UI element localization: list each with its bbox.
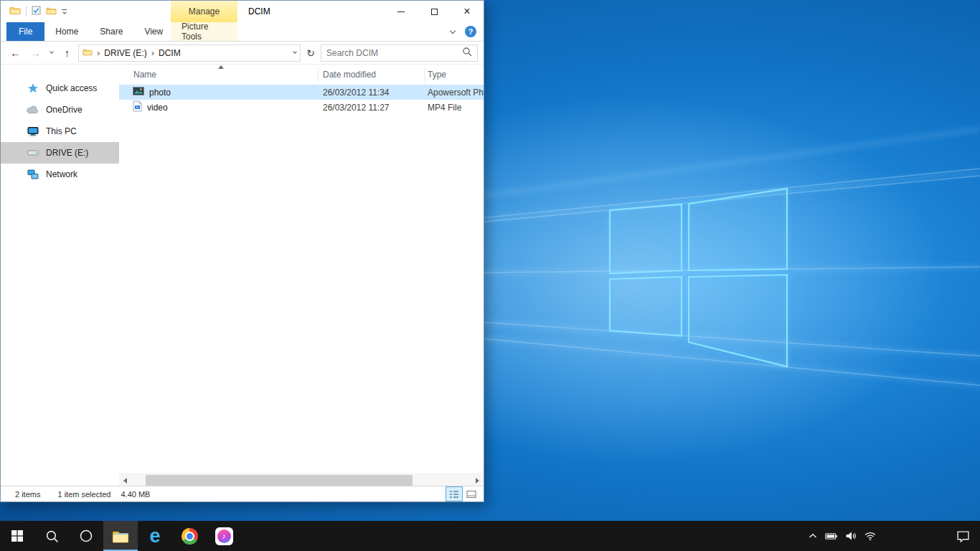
minimize-icon (397, 11, 405, 12)
column-header-date-modified[interactable]: Date modified (319, 67, 425, 82)
itunes-icon: ♪ (215, 527, 233, 545)
caption-buttons: × (385, 1, 484, 22)
taskbar-itunes-button[interactable]: ♪ (207, 521, 241, 551)
status-bar: 2 items 1 item selected 4.40 MB (1, 486, 484, 501)
search-icon (45, 529, 59, 543)
search-icon[interactable] (462, 47, 472, 59)
address-bar[interactable]: › DRIVE (E:) › DCIM (78, 44, 301, 62)
sort-ascending-icon (218, 65, 224, 69)
recent-locations-chevron[interactable] (47, 44, 56, 62)
system-tray (809, 521, 876, 551)
details-view-button[interactable] (446, 487, 462, 501)
network-icon (27, 169, 39, 179)
maximize-button[interactable] (418, 1, 451, 22)
volume-icon[interactable] (845, 531, 857, 541)
file-date: 26/03/2012 11:27 (319, 103, 425, 113)
breadcrumb-separator: › (151, 47, 154, 58)
search-input[interactable] (326, 48, 459, 58)
forward-button[interactable]: → (27, 44, 44, 62)
column-headers: Name Date modified Type (119, 65, 484, 85)
tab-share[interactable]: Share (89, 22, 133, 41)
navigation-pane: Quick access OneDrive This PC DRIVE (E:) (1, 65, 119, 486)
start-button[interactable] (0, 521, 34, 551)
file-rows: photo 26/03/2012 11:34 Apowersoft Pho vi… (119, 85, 484, 474)
table-row-photo[interactable]: photo 26/03/2012 11:34 Apowersoft Pho (119, 85, 484, 100)
network-wifi-icon[interactable] (864, 532, 876, 541)
breadcrumb-segment-drive[interactable]: DRIVE (E:) (104, 48, 146, 58)
show-hidden-icons-chevron[interactable] (809, 533, 817, 539)
sidebar-item-label: DRIVE (E:) (46, 148, 88, 158)
scroll-right-arrow[interactable] (471, 474, 484, 486)
titlebar[interactable]: Manage DCIM × (1, 1, 484, 22)
cortana-button[interactable] (69, 521, 103, 551)
address-folder-icon (83, 48, 93, 58)
items-count: 2 items (15, 490, 40, 499)
tab-picture-tools[interactable]: Picture Tools (171, 22, 237, 41)
star-icon (27, 83, 39, 94)
scroll-left-arrow[interactable] (119, 474, 131, 486)
column-header-type[interactable]: Type (425, 67, 484, 82)
taskbar-edge-button[interactable]: e (138, 521, 172, 551)
customize-qat-chevron-icon[interactable] (62, 9, 67, 14)
ribbon-tab-row: File Home Share View Picture Tools ? (1, 22, 484, 42)
refresh-button[interactable]: ↻ (303, 44, 319, 62)
large-icons-view-button[interactable] (463, 487, 479, 501)
action-center-icon[interactable] (956, 521, 970, 551)
tab-view[interactable]: View (133, 22, 174, 41)
sidebar-item-onedrive[interactable]: OneDrive (1, 99, 119, 121)
explorer-folder-icon (9, 6, 21, 17)
file-explorer-icon (112, 529, 129, 543)
sidebar-item-label: OneDrive (46, 105, 83, 115)
sidebar-item-this-pc[interactable]: This PC (1, 121, 119, 142)
breadcrumb-segment-dcim[interactable]: DCIM (159, 48, 181, 58)
qat-separator (26, 6, 27, 17)
photo-thumbnail-icon (133, 87, 144, 98)
pc-icon (27, 126, 39, 136)
contextual-tab-chip[interactable]: Manage (171, 1, 237, 22)
table-row-video[interactable]: video 26/03/2012 11:27 MP4 File (119, 100, 484, 115)
sidebar-item-label: Network (46, 169, 77, 179)
breadcrumb-separator: › (97, 47, 100, 58)
file-list-area: Name Date modified Type photo 26/03/2012… (119, 65, 484, 486)
battery-icon[interactable] (825, 532, 837, 540)
taskbar-chrome-button[interactable] (172, 521, 207, 551)
properties-icon[interactable] (32, 6, 41, 17)
expand-ribbon-chevron-icon[interactable] (450, 27, 456, 33)
cloud-icon (27, 105, 39, 114)
sidebar-item-drive-e[interactable]: DRIVE (E:) (1, 142, 119, 164)
horizontal-scrollbar[interactable] (119, 474, 484, 486)
address-history-chevron-icon[interactable] (293, 50, 297, 54)
scrollbar-track[interactable] (131, 474, 471, 486)
sidebar-item-label: This PC (46, 126, 77, 136)
file-type: Apowersoft Pho (425, 88, 484, 98)
taskbar: e ♪ (0, 521, 980, 551)
taskbar-search-button[interactable] (34, 521, 69, 551)
file-name: photo (149, 88, 171, 98)
back-button[interactable]: ← (6, 44, 24, 62)
selection-size: 4.40 MB (121, 490, 150, 499)
file-explorer-window: Manage DCIM × File Home Share View Pictu… (0, 0, 484, 502)
help-icon[interactable]: ? (465, 26, 476, 37)
up-button[interactable]: ↑ (58, 44, 76, 62)
edge-icon: e (149, 527, 160, 546)
drive-icon (27, 149, 39, 156)
chrome-icon (182, 528, 198, 545)
file-date: 26/03/2012 11:34 (319, 88, 425, 98)
new-folder-icon[interactable] (46, 6, 57, 17)
tab-home[interactable]: Home (44, 22, 89, 41)
sidebar-item-network[interactable]: Network (1, 164, 119, 185)
minimize-button[interactable] (385, 1, 418, 22)
video-file-icon (133, 100, 142, 114)
close-icon: × (463, 6, 470, 17)
maximize-icon (431, 9, 438, 15)
scrollbar-thumb[interactable] (146, 475, 413, 486)
window-title: DCIM (248, 1, 270, 22)
tab-file[interactable]: File (6, 22, 44, 41)
search-box[interactable] (321, 44, 478, 62)
cortana-icon (79, 529, 93, 543)
taskbar-file-explorer-button[interactable] (103, 521, 138, 551)
file-type: MP4 File (425, 103, 484, 113)
sidebar-item-quick-access[interactable]: Quick access (1, 77, 119, 99)
column-header-name[interactable]: Name (119, 67, 319, 82)
close-button[interactable]: × (451, 1, 484, 22)
